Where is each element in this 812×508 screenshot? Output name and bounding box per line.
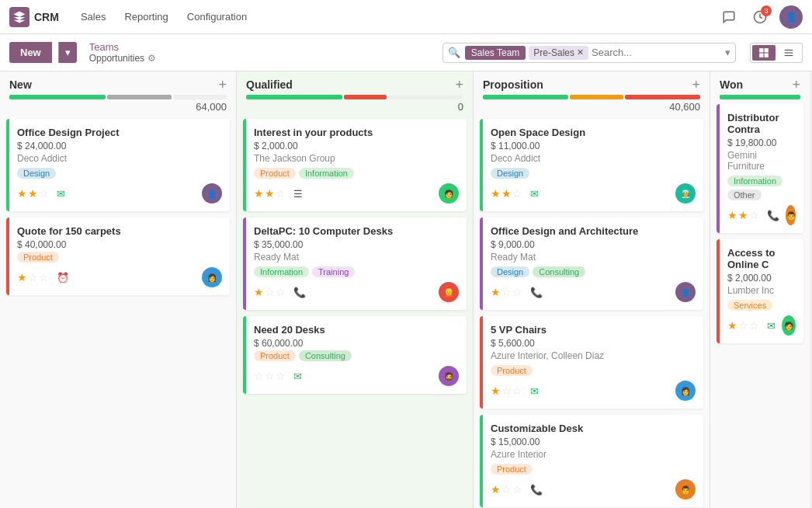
svg-rect-1: [759, 48, 763, 52]
email-icon: ✉: [57, 188, 65, 200]
star-icon: ★: [727, 319, 737, 332]
star-icon: ☆: [749, 319, 759, 332]
nav-configuration[interactable]: Configuration: [179, 8, 255, 26]
remove-filter-icon[interactable]: ✕: [577, 47, 584, 57]
brand-logo: [9, 7, 29, 27]
kanban-column-proposition: Proposition + 40,600 Open Space Design $…: [474, 71, 710, 508]
card-footer: ★☆☆ 📞 👱: [254, 282, 459, 302]
new-dropdown-button[interactable]: ▾: [58, 42, 77, 63]
card-stars: ★☆☆: [491, 384, 522, 397]
card[interactable]: Office Design and Architecture $ 9,000.0…: [480, 217, 703, 310]
col-cards-proposition: Open Space Design $ 11,000.00 Deco Addic…: [474, 116, 710, 508]
star-icon: ★: [28, 187, 38, 200]
card[interactable]: Need 20 Desks $ 60,000.00 ProductConsult…: [243, 316, 467, 394]
card[interactable]: Access to Online C $ 2,000.00 Lumber Inc…: [717, 239, 803, 343]
tag: Design: [17, 168, 56, 179]
star-icon: ★: [254, 187, 264, 200]
nav-sales[interactable]: Sales: [73, 8, 114, 26]
search-dropdown-icon[interactable]: ▾: [725, 47, 730, 58]
progress-bar-won: [710, 95, 810, 101]
card-title: DeltaPC: 10 Computer Desks: [254, 225, 459, 237]
card-avatar: 🧔: [439, 366, 459, 386]
card-amount: $ 5,600.00: [491, 338, 696, 349]
star-icon: ☆: [501, 286, 512, 298]
activity-button[interactable]: 3: [748, 5, 772, 29]
card[interactable]: Customizable Desk $ 15,000.00 Azure Inte…: [480, 415, 703, 507]
card-footer: ★★☆ ☰ 🧑: [254, 183, 459, 204]
progress-segment: [720, 95, 800, 99]
card[interactable]: Distributor Contra $ 19,800.00 Gemini Fu…: [717, 104, 803, 233]
star-icon: ☆: [265, 370, 275, 382]
email-icon: ✉: [530, 188, 539, 200]
card-avatar: 👤: [675, 282, 696, 302]
col-add-new[interactable]: +: [218, 78, 227, 92]
user-avatar[interactable]: 👤: [779, 5, 803, 29]
progress-segment: [107, 95, 172, 99]
breadcrumb-teams[interactable]: Teams: [89, 41, 156, 53]
progress-segment: [570, 95, 623, 99]
star-icon: ☆: [265, 286, 275, 298]
card-footer: ☆☆☆ ✉ 🧔: [254, 366, 459, 386]
svg-rect-3: [759, 53, 763, 57]
tag: Product: [491, 365, 533, 376]
star-icon: ★: [17, 187, 27, 200]
tag: Consulting: [299, 350, 352, 361]
card-amount: $ 2,000.00: [727, 273, 796, 284]
list-view-button[interactable]: [777, 45, 800, 61]
kanban-board: New + 64,000 Office Design Project $ 24,…: [0, 71, 812, 508]
progress-segment: [246, 95, 342, 99]
progress-bar-new: [0, 95, 236, 101]
star-icon: ★: [491, 187, 501, 200]
card-amount: $ 35,000.00: [254, 239, 459, 250]
col-title-proposition: Proposition: [483, 78, 685, 91]
card-avatar: 👩: [675, 381, 696, 401]
search-tag-salesteam[interactable]: Sales Team: [465, 46, 526, 60]
new-button[interactable]: New: [9, 42, 52, 63]
card-company: Deco Addict: [491, 153, 696, 164]
card[interactable]: DeltaPC: 10 Computer Desks $ 35,000.00 R…: [243, 217, 467, 310]
breadcrumb: Teams Opportunities ⚙: [89, 41, 156, 64]
card-company: Ready Mat: [491, 252, 696, 263]
card-title: 5 VP Chairs: [491, 324, 696, 336]
kanban-column-qualified: Qualified + 0 Interest in your products …: [237, 71, 474, 508]
card-footer: ★☆☆ ⏰ 👩: [17, 267, 222, 287]
card-title: Quote for 150 carpets: [17, 225, 222, 237]
kanban-view-button[interactable]: [752, 45, 776, 61]
nav-reporting[interactable]: Reporting: [116, 8, 175, 26]
search-input[interactable]: [592, 47, 722, 58]
card-tags: Product: [491, 365, 696, 376]
card-title: Interest in your products: [254, 127, 459, 138]
gear-icon[interactable]: ⚙: [147, 53, 156, 64]
card-stars: ☆☆☆: [254, 370, 286, 382]
card[interactable]: 5 VP Chairs $ 5,600.00 Azure Interior, C…: [480, 316, 703, 409]
brand[interactable]: CRM: [9, 7, 59, 27]
card-company: Azure Interior, Colleen Diaz: [491, 350, 696, 361]
card-title: Need 20 Desks: [254, 324, 459, 336]
col-add-won[interactable]: +: [792, 78, 800, 92]
search-filter-presales[interactable]: Pre-Sales ✕: [529, 46, 588, 60]
phone-icon: 📞: [767, 210, 779, 221]
svg-rect-2: [765, 48, 769, 52]
card[interactable]: Office Design Project $ 24,000.00 Deco A…: [6, 119, 230, 211]
card-stars: ★☆☆: [491, 483, 522, 496]
col-add-proposition[interactable]: +: [692, 78, 700, 92]
star-icon: ★: [491, 286, 501, 298]
list-icon: ☰: [293, 188, 303, 200]
card-title: Office Design Project: [17, 127, 222, 138]
star-icon: ☆: [276, 187, 286, 200]
col-add-qualified[interactable]: +: [455, 78, 463, 92]
svg-rect-4: [765, 53, 769, 57]
messages-button[interactable]: [717, 5, 741, 29]
card[interactable]: Open Space Design $ 11,000.00 Deco Addic…: [480, 119, 703, 211]
breadcrumb-opportunities[interactable]: Opportunities: [89, 53, 144, 64]
card[interactable]: Interest in your products $ 2,000.00 The…: [243, 119, 467, 211]
top-navigation: CRM Sales Reporting Configuration 3 👤: [0, 0, 812, 34]
card[interactable]: Quote for 150 carpets $ 40,000.00 Produc…: [6, 217, 230, 295]
star-icon: ☆: [512, 286, 522, 298]
search-icon: 🔍: [448, 47, 460, 58]
card-stars: ★☆☆: [254, 286, 286, 298]
card-stars: ★★☆: [17, 187, 49, 200]
star-icon: ☆: [39, 271, 49, 284]
card-avatar: 👨: [675, 479, 696, 499]
star-icon: ☆: [501, 384, 512, 397]
